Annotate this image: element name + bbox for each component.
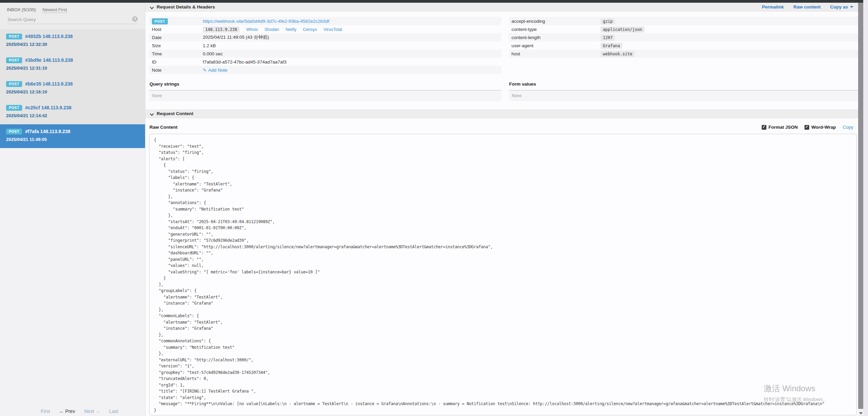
request-timestamp: 2025/04/21 12:16:10 [6, 89, 139, 94]
table-row: user-agent Grafana [509, 41, 858, 50]
scrollbar-thumb[interactable] [858, 3, 863, 409]
sort-order-toggle[interactable]: Newest First [42, 7, 67, 13]
raw-content-box[interactable]: { "receiver": "test", "status": "firing"… [149, 134, 857, 415]
form-values-title: Form values [509, 82, 858, 91]
query-strings-title: Query strings [149, 82, 501, 91]
date-value: 2025/04/21 11:49:05 (43 分钟前) [200, 33, 501, 41]
request-list-item-selected[interactable]: POST #f7afa 148.113.9.238 2025/04/21 11:… [0, 124, 145, 148]
size-value: 1.2 kB [200, 41, 501, 50]
request-timestamp: 2025/04/21 12:31:10 [6, 66, 139, 71]
header-name: host [509, 50, 598, 58]
section-request-content[interactable]: Request Content [145, 109, 858, 118]
vertical-scrollbar[interactable] [858, 3, 863, 416]
request-timestamp: 2025/04/21 12:14:42 [6, 113, 139, 118]
censys-link[interactable]: Censys [303, 27, 317, 32]
table-row: content-length 1207 [509, 33, 858, 41]
date-label: Date [149, 33, 200, 41]
word-wrap-checkbox[interactable]: Word-Wrap [804, 125, 836, 130]
inbox-count-label: INBOX (5/100) [7, 7, 36, 12]
section-title: Request Content [157, 111, 193, 116]
table-row: Time 0.000 sec [149, 50, 501, 58]
window-top-bar [0, 0, 863, 3]
method-badge: POST [6, 81, 22, 87]
request-details-table: POST https://webhook.site/5da5d4d9-3d7c-… [149, 17, 501, 74]
request-timestamp: 2025/04/21 12:32:30 [6, 42, 139, 47]
whois-link[interactable]: Whois [246, 27, 258, 32]
search-input[interactable] [7, 16, 138, 24]
table-row: POST https://webhook.site/5da5d4d9-3d7c-… [149, 17, 501, 25]
form-values-empty: None [509, 91, 858, 101]
request-link[interactable]: #f7afa 148.113.9.238 [25, 129, 70, 134]
netify-link[interactable]: Netify [286, 27, 297, 32]
sidebar: INBOX (5/100) Newest First ? POST #4932b… [0, 3, 145, 416]
request-url-link[interactable]: https://webhook.site/5da5d4d9-3d7c-4fe2-… [203, 19, 329, 24]
add-note-button[interactable]: ✎ Add Note [203, 68, 227, 73]
chevron-down-icon [150, 112, 154, 115]
request-list-item[interactable]: POST #3bd9e 148.113.9.238 2025/04/21 12:… [0, 53, 145, 77]
scrollbar-down-arrow-icon[interactable] [859, 412, 863, 414]
size-label: Size [149, 41, 200, 50]
checkbox-checked-icon [804, 125, 809, 130]
header-name: content-type [509, 25, 598, 33]
shodan-link[interactable]: Shodan [264, 27, 279, 32]
pagination-prev[interactable]: ← Prev [59, 409, 75, 414]
search-help-icon[interactable]: ? [132, 16, 138, 22]
id-label: ID [149, 58, 200, 66]
sidebar-header: INBOX (5/100) Newest First ? [0, 3, 145, 29]
add-note-label: Add Note [208, 68, 227, 73]
checkbox-checked-icon [762, 125, 766, 130]
request-link[interactable]: #3bd9e 148.113.9.238 [25, 57, 73, 63]
pagination-next[interactable]: Next → [84, 409, 100, 414]
method-badge: POST [6, 129, 22, 134]
method-badge: POST [6, 57, 22, 63]
permalink-link[interactable]: Permalink [762, 4, 784, 10]
host-value: 148.113.9.238 [203, 26, 240, 33]
pagination-first[interactable]: First [41, 409, 50, 414]
header-value: application/json [601, 26, 645, 33]
header-value: 1207 [601, 35, 615, 41]
note-label: Note [149, 66, 200, 74]
caret-down-icon [850, 6, 853, 8]
word-wrap-label: Word-Wrap [811, 125, 836, 130]
table-row: host webhook.site [509, 50, 858, 58]
window-edge [863, 0, 868, 416]
header-name: accept-encoding [509, 17, 598, 25]
main-content: Request Details & Headers Permalink Raw … [145, 3, 858, 416]
query-strings-panel: Query strings None [149, 82, 501, 101]
request-link[interactable]: #c25cf 148.113.9.238 [25, 105, 71, 110]
request-list-item[interactable]: POST #b6e35 148.113.9.238 2025/04/21 12:… [0, 77, 145, 101]
form-values-panel: Form values None [509, 82, 858, 101]
table-row: Date 2025/04/21 11:49:05 (43 分钟前) [149, 33, 501, 41]
pagination-last[interactable]: Last [109, 409, 118, 414]
method-badge: POST [6, 34, 22, 39]
virustotal-link[interactable]: VirusTotal [323, 27, 342, 32]
format-json-label: Format JSON [768, 125, 798, 130]
table-row: accept-encoding gzip [509, 17, 858, 25]
format-json-checkbox[interactable]: Format JSON [762, 125, 798, 130]
header-value: Grafana [601, 43, 623, 49]
raw-content-link[interactable]: Raw content [793, 4, 820, 10]
copy-as-dropdown[interactable]: Copy as [830, 4, 853, 10]
copy-as-label: Copy as [830, 4, 848, 10]
section-title: Request Details & Headers [157, 4, 215, 10]
table-row: ID f7afa83d-a572-47bc-ad45-374ad7aa7af3 [149, 58, 501, 66]
request-headers-table: accept-encoding gzip content-type applic… [509, 17, 858, 58]
request-list-item[interactable]: POST #4932b 148.113.9.238 2025/04/21 12:… [0, 29, 145, 53]
section-request-details-headers[interactable]: Request Details & Headers Permalink Raw … [145, 3, 858, 12]
pencil-icon: ✎ [203, 68, 207, 73]
method-badge: POST [152, 18, 168, 24]
id-value: f7afa83d-a572-47bc-ad45-374ad7aa7af3 [200, 58, 501, 66]
time-value: 0.000 sec [200, 50, 501, 58]
request-link[interactable]: #4932b 148.113.9.238 [25, 34, 73, 39]
raw-json-text: { "receiver": "test", "status": "firing"… [154, 137, 852, 413]
request-list: POST #4932b 148.113.9.238 2025/04/21 12:… [0, 29, 145, 148]
header-value: webhook.site [601, 51, 635, 57]
request-link[interactable]: #b6e35 148.113.9.238 [25, 81, 73, 87]
method-badge: POST [6, 105, 22, 111]
time-label: Time [149, 50, 200, 58]
table-row: Host 148.113.9.238 Whois Shodan Netify C… [149, 25, 501, 33]
copy-button[interactable]: Copy [843, 125, 853, 130]
request-list-item[interactable]: POST #c25cf 148.113.9.238 2025/04/21 12:… [0, 101, 145, 124]
table-row: Size 1.2 kB [149, 41, 501, 50]
pagination: First ← Prev Next → Last [41, 409, 118, 414]
